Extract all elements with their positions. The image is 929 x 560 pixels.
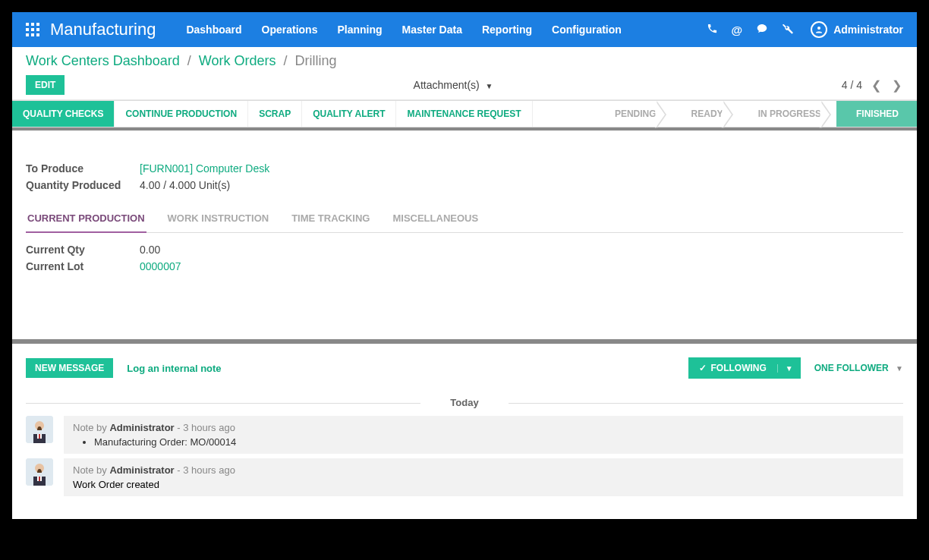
chatter-toolbar: NEW MESSAGE Log an internal note ✓ FOLLO… xyxy=(26,357,903,379)
svg-rect-3 xyxy=(26,28,29,31)
status-steps: PENDING READY IN PROGRESS FINISHED xyxy=(595,101,917,127)
followers-dropdown[interactable]: ONE FOLLOWER ▼ xyxy=(814,363,903,373)
phone-icon[interactable] xyxy=(707,23,718,36)
action-scrap[interactable]: SCRAP xyxy=(248,101,302,127)
quantity-produced-value: 4.00 / 4.000 Unit(s) xyxy=(140,179,230,191)
new-message-button[interactable]: NEW MESSAGE xyxy=(26,358,113,378)
following-label: FOLLOWING xyxy=(711,363,767,373)
svg-rect-4 xyxy=(31,28,34,31)
app-brand: Manufacturing xyxy=(50,20,156,39)
tab-time-tracking[interactable]: TIME TRACKING xyxy=(290,205,371,232)
log-internal-note-link[interactable]: Log an internal note xyxy=(127,363,221,374)
record-toolbar: EDIT Attachment(s) ▼ 4 / 4 ❮ ❯ xyxy=(26,75,903,95)
chat-bubble-icon[interactable] xyxy=(756,23,768,36)
message-time: - 3 hours ago xyxy=(175,422,235,433)
breadcrumb: Work Centers Dashboard / Work Orders / D… xyxy=(26,53,903,69)
current-lot-label: Current Lot xyxy=(26,260,140,272)
pager: 4 / 4 ❮ ❯ xyxy=(842,78,903,93)
nav-dashboard[interactable]: Dashboard xyxy=(186,24,241,36)
to-produce-label: To Produce xyxy=(26,162,140,175)
message-body: Note by Administrator - 3 hours ago Manu… xyxy=(64,416,903,454)
apps-grid-icon[interactable] xyxy=(26,23,39,36)
at-icon[interactable]: @ xyxy=(732,24,743,36)
crumb-work-centers-dashboard[interactable]: Work Centers Dashboard xyxy=(26,53,180,68)
pager-next-button[interactable]: ❯ xyxy=(890,78,903,93)
message-list-item: Manufacturing Order: MO/00014 xyxy=(94,436,894,448)
pager-info: 4 / 4 xyxy=(842,79,862,91)
current-qty-label: Current Qty xyxy=(26,244,140,256)
nav-configuration[interactable]: Configuration xyxy=(552,24,622,36)
user-menu[interactable]: Administrator xyxy=(811,21,903,38)
action-quality-alert[interactable]: QUALITY ALERT xyxy=(302,101,396,127)
step-pending[interactable]: PENDING xyxy=(595,101,672,127)
nav-planning[interactable]: Planning xyxy=(337,24,382,36)
tab-miscellaneous[interactable]: MISCELLANEOUS xyxy=(391,205,480,232)
main-nav: Dashboard Operations Planning Master Dat… xyxy=(186,24,621,36)
pager-prev-button[interactable]: ❮ xyxy=(870,78,883,93)
svg-rect-7 xyxy=(31,33,34,36)
tab-work-instruction[interactable]: WORK INSTRUCTION xyxy=(166,205,271,232)
action-maintenance-request[interactable]: MAINTENANCE REQUEST xyxy=(396,101,532,127)
message-item: Note by Administrator - 3 hours ago Work… xyxy=(26,458,903,496)
followers-label: ONE FOLLOWER xyxy=(814,363,889,373)
form-sheet: To Produce [FURN001] Computer Desk Quant… xyxy=(12,127,917,319)
attachments-dropdown[interactable]: Attachment(s) ▼ xyxy=(414,79,493,91)
message-author: Administrator xyxy=(109,422,174,433)
current-qty-value: 0.00 xyxy=(140,244,160,256)
svg-rect-0 xyxy=(26,23,29,26)
svg-rect-5 xyxy=(36,28,39,31)
message-prefix: Note by xyxy=(73,422,109,433)
message-item: Note by Administrator - 3 hours ago Manu… xyxy=(26,416,903,454)
svg-rect-2 xyxy=(36,23,39,26)
svg-rect-8 xyxy=(36,33,39,36)
current-lot-value-link[interactable]: 0000007 xyxy=(140,260,181,272)
svg-rect-1 xyxy=(31,23,34,26)
user-name: Administrator xyxy=(833,24,903,36)
nav-master-data[interactable]: Master Data xyxy=(402,24,462,36)
step-in-progress[interactable]: IN PROGRESS xyxy=(738,101,836,127)
crumb-current: Drilling xyxy=(295,53,337,68)
top-navbar: Manufacturing Dashboard Operations Plann… xyxy=(12,12,917,47)
caret-down-icon: ▼ xyxy=(896,364,903,373)
svg-point-9 xyxy=(817,27,820,30)
action-continue-production[interactable]: CONTINUE PRODUCTION xyxy=(115,101,248,127)
message-body: Note by Administrator - 3 hours ago Work… xyxy=(64,458,903,496)
action-quality-checks[interactable]: QUALITY CHECKS xyxy=(12,101,115,127)
tab-body-current-production: Current Qty 0.00 Current Lot 0000007 xyxy=(26,233,903,288)
message-avatar xyxy=(26,416,53,443)
quantity-produced-label: Quantity Produced xyxy=(26,179,140,191)
svg-rect-14 xyxy=(39,434,40,439)
tools-icon[interactable] xyxy=(782,23,794,37)
message-author: Administrator xyxy=(109,464,174,476)
user-avatar-icon xyxy=(811,21,827,38)
to-produce-value-link[interactable]: [FURN001] Computer Desk xyxy=(140,162,269,175)
edit-button[interactable]: EDIT xyxy=(26,75,65,95)
message-prefix: Note by xyxy=(73,464,109,476)
detail-tabs: CURRENT PRODUCTION WORK INSTRUCTION TIME… xyxy=(26,205,903,233)
attachments-label: Attachment(s) xyxy=(414,79,480,91)
status-action-bar: QUALITY CHECKS CONTINUE PRODUCTION SCRAP… xyxy=(12,100,917,127)
nav-operations[interactable]: Operations xyxy=(262,24,318,36)
svg-rect-19 xyxy=(39,477,40,481)
message-text: Work Order created xyxy=(73,479,894,490)
crumb-work-orders[interactable]: Work Orders xyxy=(199,53,276,68)
check-icon: ✓ xyxy=(699,363,707,373)
step-finished[interactable]: FINISHED xyxy=(836,101,917,127)
message-time: - 3 hours ago xyxy=(175,464,235,476)
header-zone: Work Centers Dashboard / Work Orders / D… xyxy=(12,47,917,100)
svg-rect-6 xyxy=(26,33,29,36)
thread-date-separator: Today xyxy=(26,397,903,408)
following-dropdown-caret[interactable]: ▼ xyxy=(777,364,801,373)
message-avatar xyxy=(26,458,53,486)
systray: @ xyxy=(707,23,795,37)
following-button[interactable]: ✓ FOLLOWING ▼ xyxy=(688,357,801,379)
step-ready[interactable]: READY xyxy=(672,101,738,127)
tab-current-production[interactable]: CURRENT PRODUCTION xyxy=(26,205,146,233)
caret-down-icon: ▼ xyxy=(486,82,493,90)
chatter: NEW MESSAGE Log an internal note ✓ FOLLO… xyxy=(12,344,917,519)
nav-reporting[interactable]: Reporting xyxy=(482,24,532,36)
